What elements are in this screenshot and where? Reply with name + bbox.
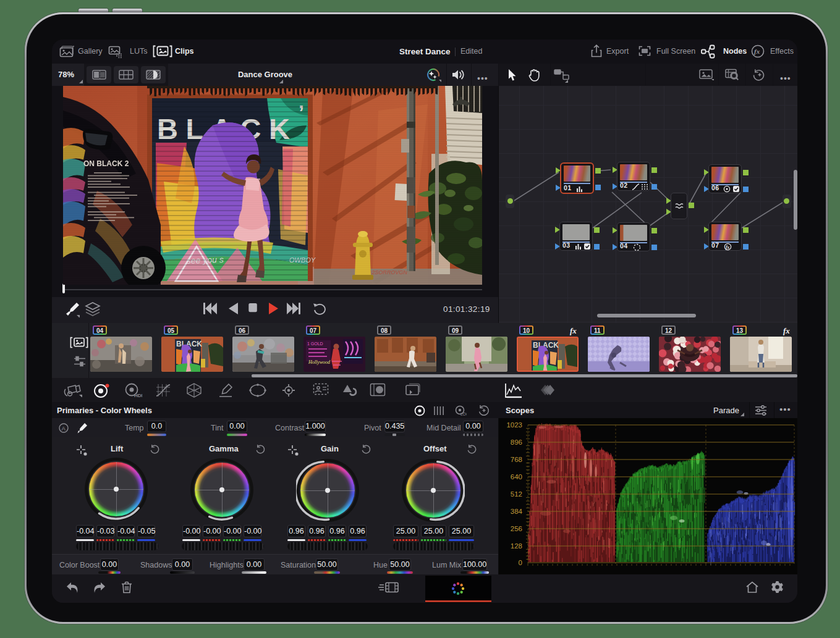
svg-text:fx: fx — [754, 48, 760, 55]
svg-text:Hollywood: Hollywood — [308, 359, 331, 365]
svg-text:512: 512 — [511, 490, 522, 498]
svg-text:HDR: HDR — [134, 393, 142, 398]
svg-text:640: 640 — [511, 473, 522, 481]
svg-text:1 GOLD: 1 GOLD — [307, 342, 323, 346]
svg-text:fx: fx — [726, 245, 729, 250]
svg-text:0: 0 — [519, 559, 522, 566]
svg-text:1023: 1023 — [506, 421, 522, 429]
svg-text:768: 768 — [511, 456, 522, 463]
svg-text:896: 896 — [511, 439, 522, 446]
svg-text:A: A — [62, 425, 66, 432]
svg-text:128: 128 — [511, 542, 522, 550]
svg-text:256: 256 — [511, 525, 522, 532]
svg-text:LOG: LOG — [460, 412, 467, 416]
svg-text:384: 384 — [511, 508, 523, 515]
